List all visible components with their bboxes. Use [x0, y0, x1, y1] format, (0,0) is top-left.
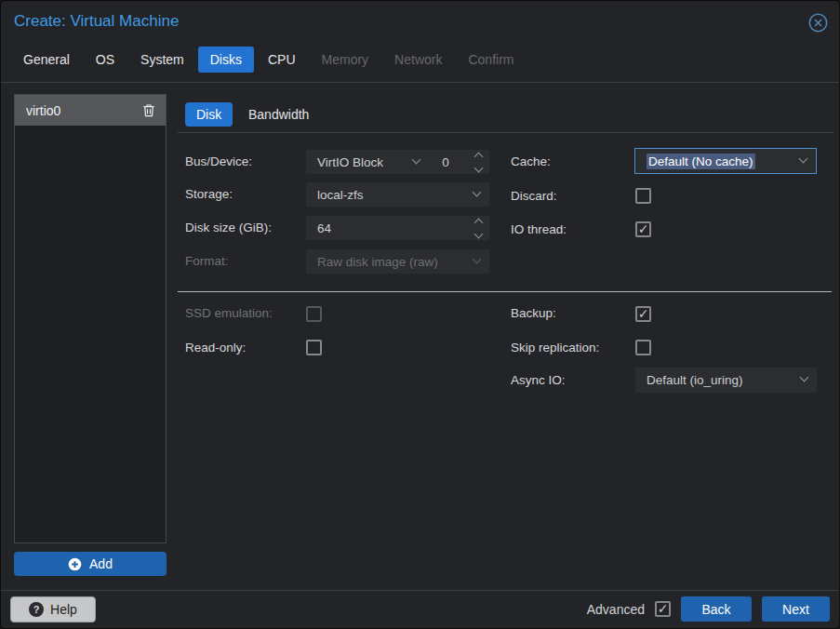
- header-divider: [1, 82, 840, 83]
- disk-size-value: 64: [317, 221, 331, 235]
- help-button[interactable]: ? Help: [10, 596, 96, 622]
- bus-device-value: VirtIO Block: [317, 155, 383, 169]
- plus-icon: [68, 557, 82, 571]
- storage-label: Storage:: [185, 182, 233, 207]
- check-icon: ✓: [658, 603, 669, 615]
- discard-checkbox[interactable]: [635, 188, 651, 204]
- tab-confirm: Confirm: [456, 47, 526, 73]
- async-io-combo[interactable]: Default (io_uring): [635, 368, 817, 393]
- disk-size-spinner-field[interactable]: 64: [306, 216, 489, 240]
- tab-general[interactable]: General: [11, 47, 82, 73]
- read-only-label: Read-only:: [185, 336, 246, 360]
- backup-label: Backup:: [511, 301, 556, 326]
- bus-index-spinner[interactable]: [475, 154, 482, 171]
- check-icon: ✓: [638, 223, 649, 235]
- chevron-down-icon[interactable]: [412, 155, 421, 165]
- advanced-label: Advanced: [587, 602, 645, 617]
- spinner-up-icon[interactable]: [474, 153, 484, 162]
- tab-system[interactable]: System: [128, 47, 196, 73]
- format-value: Raw disk image (raw): [317, 255, 438, 269]
- bus-device-index[interactable]: 0: [427, 155, 464, 169]
- async-io-label: Async IO:: [511, 368, 566, 393]
- trash-icon[interactable]: [141, 103, 156, 118]
- tab-os[interactable]: OS: [84, 47, 127, 73]
- add-disk-button[interactable]: Add: [14, 552, 167, 576]
- disk-item-label: virtio0: [26, 103, 60, 118]
- storage-combo[interactable]: local-zfs: [306, 182, 489, 207]
- skip-replication-label: Skip replication:: [511, 336, 599, 360]
- help-button-label: Help: [50, 602, 77, 617]
- format-combo: Raw disk image (raw): [306, 249, 489, 274]
- wizard-tab-bar: General OS System Disks CPU Memory Netwo…: [11, 47, 526, 73]
- subtab-bandwidth[interactable]: Bandwidth: [237, 102, 320, 127]
- disk-size-label: Disk size (GiB):: [185, 216, 272, 240]
- format-label: Format:: [185, 249, 229, 274]
- bus-device-label: Bus/Device:: [185, 150, 252, 174]
- read-only-checkbox[interactable]: [306, 340, 322, 355]
- question-icon: ?: [29, 602, 44, 617]
- subtab-disk[interactable]: Disk: [185, 102, 233, 127]
- discard-label: Discard:: [511, 184, 557, 208]
- close-icon[interactable]: [808, 13, 828, 33]
- storage-value: local-zfs: [317, 188, 364, 202]
- tab-cpu[interactable]: CPU: [256, 47, 308, 73]
- io-thread-checkbox[interactable]: ✓: [635, 221, 651, 237]
- footer-actions: Advanced ✓ Back Next: [587, 596, 830, 622]
- async-io-value: Default (io_uring): [647, 373, 743, 387]
- chevron-down-icon[interactable]: [473, 188, 482, 197]
- disk-list-item-virtio0[interactable]: virtio0: [15, 95, 166, 126]
- tab-memory: Memory: [310, 47, 381, 73]
- spinner-down-icon[interactable]: [474, 164, 484, 173]
- cache-combo[interactable]: Default (No cache): [634, 148, 817, 174]
- chevron-down-icon[interactable]: [800, 373, 809, 382]
- disk-size-spinner[interactable]: [475, 220, 482, 237]
- cache-value: Default (No cache): [647, 154, 755, 169]
- back-button[interactable]: Back: [681, 596, 752, 622]
- disk-list-panel: virtio0: [14, 94, 167, 543]
- cache-label: Cache:: [511, 150, 551, 174]
- io-thread-label: IO thread:: [511, 218, 567, 242]
- check-icon: ✓: [638, 308, 649, 320]
- chevron-down-icon[interactable]: [799, 154, 808, 164]
- chevron-down-icon: [473, 255, 482, 264]
- tab-disks[interactable]: Disks: [198, 47, 254, 73]
- ssd-emulation-checkbox: [306, 306, 322, 322]
- spinner-down-icon[interactable]: [474, 230, 484, 239]
- advanced-section-divider: [178, 291, 832, 292]
- bus-device-combo[interactable]: VirtIO Block 0: [306, 150, 489, 174]
- subtab-divider: [178, 132, 833, 133]
- create-vm-dialog: Create: Virtual Machine General OS Syste…: [0, 0, 840, 629]
- advanced-checkbox[interactable]: ✓: [655, 601, 671, 617]
- ssd-emulation-label: SSD emulation:: [185, 301, 273, 326]
- backup-checkbox[interactable]: ✓: [635, 306, 651, 322]
- tab-network: Network: [382, 47, 454, 73]
- footer-divider: [1, 590, 840, 591]
- add-button-label: Add: [89, 556, 113, 571]
- skip-replication-checkbox[interactable]: [635, 340, 651, 355]
- dialog-title: Create: Virtual Machine: [14, 12, 179, 31]
- next-button[interactable]: Next: [762, 596, 830, 622]
- spinner-up-icon[interactable]: [474, 219, 484, 228]
